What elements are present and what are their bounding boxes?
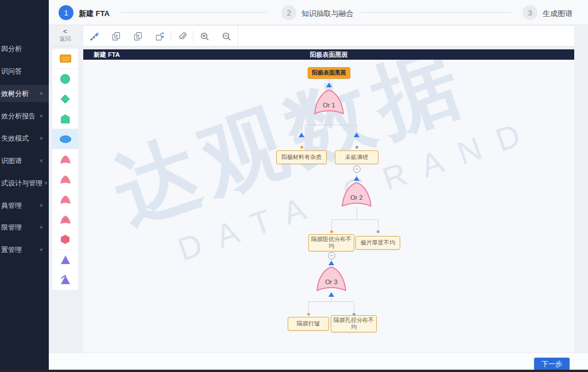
sidebar-item-knowledge-qa[interactable]: 识问答	[0, 63, 49, 80]
sidebar-item-label: 典管理	[1, 201, 22, 211]
canvas-toolbar	[83, 26, 574, 46]
chevron-down-icon: ∨	[39, 225, 43, 230]
collapse-toggle[interactable]: −	[328, 252, 335, 259]
duplicate-icon[interactable]	[127, 26, 149, 46]
tree-node-separator-impedance[interactable]: 隔膜阻抗分布不均	[308, 234, 354, 251]
connector-line	[357, 207, 357, 219]
back-arrow-icon: <	[63, 29, 67, 35]
clear-format-icon[interactable]	[149, 26, 171, 46]
or-gate-3[interactable]: Or 3	[316, 266, 347, 292]
canvas-header-bar: 新建 FTA 阳极表面黑斑	[83, 49, 574, 60]
tree-node-lithium[interactable]: 未嵌满锂	[335, 150, 378, 164]
inhibit-gate-tool[interactable]	[52, 210, 78, 230]
tree-node-root[interactable]: 阳极表面黑斑	[308, 67, 350, 79]
connector-line	[301, 125, 357, 125]
tree-node-pore-distribution[interactable]: 隔膜孔径分布不均	[331, 315, 377, 332]
diamond-shape-icon	[61, 95, 70, 104]
rect-shape-icon	[60, 55, 71, 63]
step-2-circle: 2	[281, 5, 296, 20]
sidebar-item-config-mgmt[interactable]: 置管理∨	[0, 241, 49, 258]
pentagon-shape-icon	[61, 114, 70, 123]
transfer-triangle-tool[interactable]	[52, 270, 78, 290]
chart-network-icon[interactable]	[83, 26, 105, 46]
sidebar-item-label: 限管理	[1, 223, 22, 232]
back-button-label: 返回	[60, 35, 71, 43]
chevron-down-icon: ∨	[39, 247, 43, 252]
or-gate-tool[interactable]	[52, 189, 78, 210]
transfer-triangle-shape-icon	[61, 276, 70, 284]
bottom-edge-bar	[0, 370, 588, 372]
chevron-down-icon: ∨	[44, 181, 48, 185]
gate-label: Or 2	[341, 194, 372, 201]
chevron-down-icon: ∨	[39, 203, 43, 208]
back-button[interactable]: < 返回	[52, 26, 79, 46]
connector-line	[331, 219, 378, 220]
connector-arrow-icon	[354, 176, 359, 181]
shape-palette	[52, 49, 79, 290]
sidebar-item-label: 效树分析	[1, 89, 29, 99]
or-gate-tool[interactable]	[52, 169, 78, 189]
or-gate-tool[interactable]	[52, 149, 78, 169]
sidebar-item-permission-mgmt[interactable]: 限管理∨	[0, 219, 49, 236]
sidebar-item-cause-analysis[interactable]: 因分析	[0, 40, 49, 57]
tree-node-separator-wrinkle[interactable]: 隔膜打皱	[288, 317, 329, 331]
sidebar-item-label: 识图谱	[1, 156, 22, 166]
sidebar-item-label: 识问答	[1, 67, 22, 76]
or-gate-2[interactable]: Or 2	[341, 181, 372, 208]
step-1-label: 新建 FTA	[79, 9, 110, 19]
triangle-shape-icon	[61, 255, 70, 264]
tree-node-impurity[interactable]: 阳极材料有杂质	[276, 150, 327, 164]
sidebar: 因分析 识问答 效树分析∨ 效分析报告∨ 失效模式∨ 识图谱∨ 式设计与管理∨ …	[0, 0, 49, 370]
sidebar-item-dictionary-mgmt[interactable]: 典管理∨	[0, 197, 49, 214]
connector-line	[329, 114, 330, 125]
hexagon-tool[interactable]	[52, 230, 78, 250]
connector-arrow-icon	[299, 133, 304, 137]
tool-strip	[83, 26, 238, 46]
sidebar-item-label: 失效模式	[1, 134, 29, 144]
pentagon-tool[interactable]	[52, 109, 78, 129]
connector-arrow-icon	[328, 261, 334, 265]
or-gate-1[interactable]: Or 1	[314, 89, 345, 115]
zoom-out-icon[interactable]	[215, 26, 237, 46]
or-gate-shape-icon	[60, 195, 71, 204]
connector-line	[308, 301, 309, 312]
connector-line	[357, 125, 357, 133]
next-step-button[interactable]: 下一步	[534, 358, 570, 370]
connector-line	[301, 125, 302, 133]
sidebar-item-analysis-report[interactable]: 效分析报告∨	[0, 107, 49, 125]
tree-node-electrode-thickness[interactable]: 极片厚度不均	[355, 236, 400, 250]
sidebar-item-label: 式设计与管理	[1, 179, 42, 188]
step-connector	[121, 12, 267, 13]
zoom-in-icon[interactable]	[194, 26, 215, 46]
port-dot	[355, 146, 358, 149]
step-3-label: 生成图谱	[543, 9, 572, 19]
diamond-tool[interactable]	[52, 89, 78, 109]
sidebar-item-fault-tree-analysis[interactable]: 效树分析∨	[0, 85, 49, 102]
port-dot	[307, 313, 310, 316]
port-dot	[300, 146, 303, 149]
collapse-toggle[interactable]: −	[353, 165, 361, 173]
sidebar-item-knowledge-graph[interactable]: 识图谱∨	[0, 152, 49, 169]
ellipse-tool[interactable]	[52, 129, 78, 149]
sidebar-item-label: 因分析	[1, 44, 22, 54]
step-1-circle: 1	[59, 5, 74, 20]
sidebar-item-failure-mode[interactable]: 失效模式∨	[0, 130, 49, 147]
stepper: 1 新建 FTA 2 知识抽取与融合 3 生成图谱	[49, 0, 588, 25]
inhibit-gate-shape-icon	[60, 215, 71, 224]
event-rect-tool[interactable]	[52, 49, 78, 69]
sidebar-item-schema-design[interactable]: 式设计与管理∨	[0, 175, 49, 192]
triangle-tool[interactable]	[52, 250, 78, 270]
port-dot	[330, 230, 333, 233]
copy-icon[interactable]	[105, 26, 127, 46]
chevron-down-icon: ∨	[39, 91, 43, 96]
paperclip-icon[interactable]	[171, 26, 193, 46]
footer-bar: 下一步	[49, 352, 588, 370]
circle-tool[interactable]	[52, 69, 78, 89]
circle-shape-icon	[60, 74, 70, 84]
fta-canvas[interactable]: 达观数据 DATA GRAND 阳极表面黑斑 Or 1 阳极材料有杂	[83, 60, 574, 352]
connector-line	[331, 219, 332, 230]
connector-line	[354, 301, 354, 312]
gate-label: Or 1	[314, 102, 345, 108]
app-window: 因分析 识问答 效树分析∨ 效分析报告∨ 失效模式∨ 识图谱∨ 式设计与管理∨ …	[0, 0, 588, 372]
or-gate-shape-icon	[60, 175, 71, 184]
